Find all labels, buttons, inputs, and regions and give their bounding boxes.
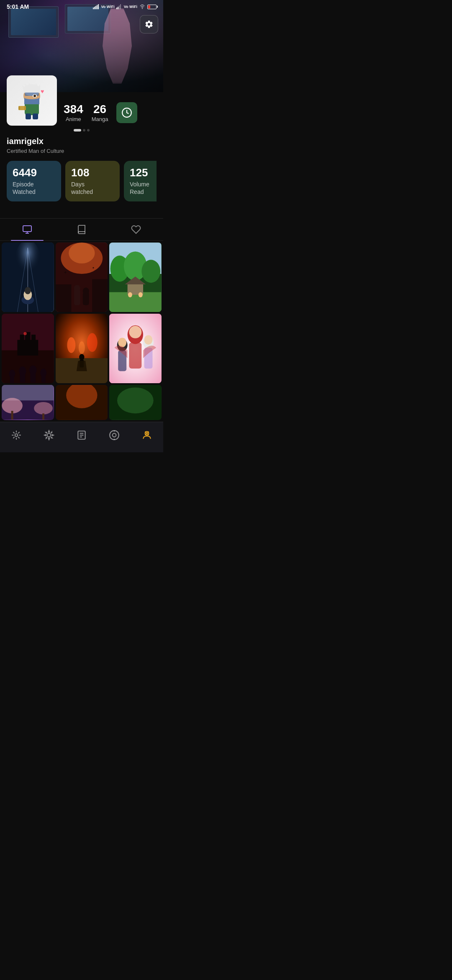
svg-rect-72 <box>20 374 25 383</box>
status-icons: Vo WiFi Vo WiFi <box>93 4 157 9</box>
avatar[interactable]: ♥ <box>7 75 57 126</box>
svg-point-48 <box>74 285 80 292</box>
svg-rect-103 <box>42 414 44 420</box>
book-icon <box>77 224 87 235</box>
kakashi-chibi: ♥ <box>13 82 51 119</box>
anime-card-bg <box>2 385 54 420</box>
manga-label: Manga <box>92 116 108 122</box>
anime-grid: ✦ ✦ <box>0 241 163 422</box>
svg-rect-66 <box>20 335 24 343</box>
svg-point-9 <box>142 8 143 9</box>
svg-rect-2 <box>95 6 96 9</box>
svg-rect-31 <box>23 226 31 232</box>
clock-icon <box>121 107 132 118</box>
dot-2 <box>83 129 85 132</box>
svg-rect-0 <box>93 8 94 9</box>
stat-card-days[interactable]: 108 Dayswatched <box>65 161 120 201</box>
list-item[interactable] <box>109 242 162 312</box>
stat-manga: 26 Manga <box>92 103 108 122</box>
anime-count: 384 <box>64 103 83 115</box>
anime-card-bg <box>109 314 162 383</box>
volumes-number: 125 <box>130 167 157 179</box>
svg-rect-3 <box>97 5 98 9</box>
list-item[interactable] <box>109 314 162 383</box>
svg-text:♥: ♥ <box>41 88 44 95</box>
episodes-label: EpisodeWatched <box>13 181 55 196</box>
svg-rect-91 <box>129 343 142 369</box>
svg-point-123 <box>113 433 116 437</box>
tab-manga[interactable] <box>54 219 109 240</box>
svg-point-61 <box>128 292 132 297</box>
svg-point-77 <box>23 332 26 335</box>
profile-stats: 384 Anime 26 Manga <box>64 102 137 126</box>
svg-point-84 <box>79 354 84 360</box>
list-item[interactable] <box>2 314 54 383</box>
discover-icon <box>109 430 120 441</box>
time-button[interactable] <box>116 102 137 123</box>
search-icon <box>44 430 54 441</box>
settings-button[interactable] <box>140 15 158 34</box>
svg-line-116 <box>13 437 14 438</box>
anime-card-bg <box>56 314 108 383</box>
nav-profile[interactable] <box>131 426 163 444</box>
vo-wifi-label-2: Vo WiFi <box>124 5 137 9</box>
list-item[interactable]: ✦ ✦ <box>56 242 108 312</box>
svg-point-57 <box>142 260 161 283</box>
profile-section: ♥ 384 Anime 26 Manga <box>0 92 163 218</box>
svg-point-108 <box>15 433 18 436</box>
svg-point-50 <box>82 287 89 294</box>
nav-home[interactable] <box>0 426 33 444</box>
svg-rect-5 <box>116 8 117 9</box>
svg-point-117 <box>47 433 51 437</box>
svg-point-82 <box>87 333 97 352</box>
home-icon <box>11 430 22 441</box>
dots-indicator <box>7 129 157 132</box>
list-item[interactable] <box>2 385 54 420</box>
stat-card-episodes[interactable]: 6449 EpisodeWatched <box>7 161 61 201</box>
svg-rect-7 <box>119 5 120 9</box>
user-bio: Certified Man of Culture <box>7 148 157 154</box>
nav-list[interactable] <box>65 426 98 444</box>
status-bar: 5:01 AM Vo WiFi Vo WiFi <box>0 0 163 12</box>
svg-point-16 <box>24 96 39 99</box>
stat-card-volumes[interactable]: 125 VolumeRead <box>124 161 157 201</box>
dot-1 <box>74 129 81 132</box>
tab-anime[interactable] <box>0 219 54 240</box>
anime-card-bg <box>109 385 162 420</box>
tv-icon <box>22 224 32 235</box>
svg-rect-29 <box>24 106 26 110</box>
days-label: Dayswatched <box>71 181 114 196</box>
nav-search[interactable] <box>33 426 65 444</box>
status-time: 5:01 AM <box>7 3 29 10</box>
tabs-bar <box>0 218 163 241</box>
volumes-label: VolumeRead <box>130 181 157 196</box>
episodes-number: 6449 <box>13 167 55 179</box>
svg-rect-1 <box>94 7 95 9</box>
svg-rect-8 <box>120 4 121 9</box>
svg-rect-58 <box>109 292 162 312</box>
svg-rect-70 <box>10 375 14 383</box>
svg-point-25 <box>33 95 36 97</box>
heart-icon <box>131 224 141 235</box>
anime-card-bg <box>109 242 162 312</box>
svg-rect-102 <box>11 411 13 420</box>
list-item[interactable] <box>2 242 54 312</box>
svg-point-83 <box>79 341 85 354</box>
svg-rect-67 <box>31 335 36 343</box>
list-item[interactable] <box>56 385 108 420</box>
svg-rect-6 <box>118 7 118 9</box>
svg-point-41 <box>25 287 31 294</box>
svg-line-113 <box>13 432 14 433</box>
list-item[interactable] <box>56 314 108 383</box>
svg-rect-76 <box>41 374 46 383</box>
list-item[interactable] <box>109 385 162 420</box>
avatar-inner: ♥ <box>7 75 57 126</box>
anime-card-bg <box>56 385 108 420</box>
nav-discover[interactable] <box>98 426 131 444</box>
profile-icon <box>141 430 152 441</box>
stat-anime: 384 Anime <box>64 103 83 122</box>
svg-marker-86 <box>77 361 87 371</box>
tab-favorites[interactable] <box>109 219 163 240</box>
svg-point-44 <box>69 242 95 263</box>
svg-rect-74 <box>31 372 36 383</box>
